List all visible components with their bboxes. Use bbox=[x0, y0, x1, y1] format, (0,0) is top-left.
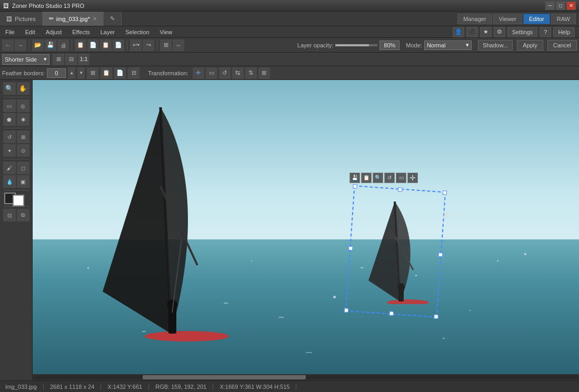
menu-view[interactable]: View bbox=[155, 26, 178, 38]
menu-edit[interactable]: Edit bbox=[20, 26, 41, 38]
manager-mode-button[interactable]: Manager bbox=[457, 14, 492, 24]
gear-icon-button[interactable]: ⚙ bbox=[494, 27, 505, 37]
shadow-button[interactable]: Shadow... bbox=[478, 40, 513, 51]
eraser-tool[interactable]: ◻ bbox=[17, 162, 29, 174]
canvas-area[interactable]: 💾 📋 🔍 ↺ ▭ ✛ ✛ bbox=[33, 80, 579, 380]
mode-dropdown[interactable]: Normal ▾ bbox=[424, 41, 472, 50]
help-button[interactable]: Help bbox=[553, 27, 575, 37]
polygon-select-tool[interactable]: ⬟ bbox=[3, 113, 16, 126]
crop-tool[interactable]: ⊞ bbox=[17, 130, 29, 143]
profile-icon-button[interactable]: 👤 bbox=[453, 27, 464, 37]
tool-a[interactable]: ⊞ bbox=[53, 54, 64, 65]
scrollbar-thumb[interactable] bbox=[143, 375, 306, 379]
transform-move[interactable]: ✛ bbox=[193, 67, 204, 79]
sel-tb-zoom[interactable]: 🔍 bbox=[373, 173, 383, 183]
select-pair1: ▭ ◎ bbox=[3, 99, 29, 112]
mask-tool[interactable]: ⊡ bbox=[3, 209, 16, 222]
tool-c[interactable]: 1:1 bbox=[78, 54, 89, 65]
menu-selection[interactable]: Selection bbox=[120, 26, 154, 38]
feather-down[interactable]: ▼ bbox=[77, 67, 85, 79]
print-button[interactable]: 🖨 bbox=[57, 39, 69, 51]
crop-button[interactable]: ⊞ bbox=[160, 39, 172, 51]
feather-tool3[interactable]: 📄 bbox=[114, 67, 126, 79]
undo-button[interactable]: ↩ ▾ bbox=[130, 39, 142, 51]
layer-tool[interactable]: ⧉ bbox=[17, 209, 29, 222]
magic-select-tool[interactable]: ✱ bbox=[17, 113, 29, 126]
status-filename: img_033.jpg bbox=[3, 384, 44, 390]
menu-layer[interactable]: Layer bbox=[95, 26, 121, 38]
feather-up[interactable]: ▲ bbox=[68, 67, 75, 79]
scene: 💾 📋 🔍 ↺ ▭ ✛ ✛ bbox=[33, 80, 579, 380]
tab-pictures[interactable]: 🖼 Pictures bbox=[0, 12, 43, 26]
fill-tool[interactable]: ▣ bbox=[17, 175, 29, 188]
mask-pair: ⊡ ⧉ bbox=[3, 209, 29, 222]
paint-pair2: 💧 ▣ bbox=[3, 175, 29, 188]
opacity-area: Layer opacity: 80% Mode: Normal ▾ Shadow… bbox=[297, 40, 577, 51]
tool-b[interactable]: ⊟ bbox=[65, 54, 77, 65]
maximize-button[interactable]: □ bbox=[556, 2, 565, 10]
transform-reset[interactable]: ⊞ bbox=[258, 67, 270, 79]
close-button[interactable]: ✕ bbox=[566, 2, 576, 10]
sel-tb-move[interactable]: ✛ bbox=[407, 173, 418, 183]
opacity-value[interactable]: 80% bbox=[380, 41, 400, 50]
clone-tool[interactable]: ⊙ bbox=[17, 144, 29, 157]
tab-image-close[interactable]: ✕ bbox=[93, 16, 97, 22]
cancel-button[interactable]: Cancel bbox=[547, 40, 577, 51]
forward-button[interactable]: → bbox=[15, 39, 26, 51]
sep4 bbox=[157, 40, 157, 51]
tab-image[interactable]: ✏ img_033.jpg* ✕ bbox=[43, 12, 104, 26]
sel-tb-rotate[interactable]: ↺ bbox=[384, 173, 395, 183]
feather-value[interactable]: 0 bbox=[47, 68, 66, 78]
brush-tool[interactable]: 🖌 bbox=[3, 162, 16, 174]
zoom-tool[interactable]: 🔍 bbox=[3, 82, 16, 95]
menu-file[interactable]: File bbox=[0, 26, 20, 38]
sel-tb-copy[interactable]: 📋 bbox=[361, 173, 372, 183]
editor-mode-button[interactable]: Editor bbox=[523, 14, 550, 24]
eyedrop-tool[interactable]: 💧 bbox=[3, 175, 16, 188]
settings-button[interactable]: Settings bbox=[507, 27, 538, 37]
copy2-button[interactable]: 📋 bbox=[100, 39, 112, 51]
toolbar-icon-button[interactable]: ⬛ bbox=[466, 27, 478, 37]
transform-rotate[interactable]: ↺ bbox=[219, 67, 231, 79]
rect-select-tool[interactable]: ▭ bbox=[3, 99, 16, 112]
menu-effects[interactable]: Effects bbox=[67, 26, 95, 38]
lt-sep4 bbox=[4, 190, 29, 190]
resize-button[interactable]: ↔ bbox=[173, 39, 184, 51]
copy-button[interactable]: 📋 bbox=[75, 39, 86, 51]
scrollbar-track bbox=[34, 375, 578, 379]
open-button[interactable]: 📂 bbox=[32, 39, 44, 51]
opacity-slider[interactable] bbox=[335, 44, 377, 46]
raw-mode-button[interactable]: RAW bbox=[551, 14, 576, 24]
transform-flip-v[interactable]: ⇅ bbox=[245, 67, 257, 79]
star-icon-button[interactable]: ★ bbox=[480, 27, 492, 37]
minimize-button[interactable]: ─ bbox=[545, 2, 555, 10]
feather-tool4[interactable]: ⊟ bbox=[128, 67, 139, 79]
save-button[interactable]: 💾 bbox=[45, 39, 56, 51]
apply-button[interactable]: Apply bbox=[517, 40, 543, 51]
svg-point-4 bbox=[167, 299, 177, 310]
horizontal-scrollbar[interactable] bbox=[33, 374, 579, 380]
feather-tool2[interactable]: 📋 bbox=[101, 67, 112, 79]
pencil-icon: ✎ bbox=[110, 15, 115, 22]
bg-color[interactable] bbox=[13, 195, 24, 206]
redo-button[interactable]: ↪ bbox=[143, 39, 154, 51]
menu-adjust[interactable]: Adjust bbox=[41, 26, 67, 38]
heal-tool[interactable]: ✦ bbox=[3, 144, 16, 157]
back-button[interactable]: ← bbox=[2, 39, 14, 51]
rotate-tool[interactable]: ↺ bbox=[3, 130, 16, 143]
pan-tool[interactable]: ✋ bbox=[17, 82, 29, 95]
svg-point-2 bbox=[145, 331, 229, 341]
help-icon-button[interactable]: ? bbox=[540, 27, 551, 37]
ellipse-select-tool[interactable]: ◎ bbox=[17, 99, 29, 112]
sel-tb-save[interactable]: 💾 bbox=[350, 173, 360, 183]
tab-extra[interactable]: ✎ bbox=[104, 12, 122, 26]
transform-box[interactable]: ▭ bbox=[206, 67, 217, 79]
paste-button[interactable]: 📄 bbox=[87, 39, 99, 51]
status-selection-info: X:1669 Y:361 W:304 H:515 bbox=[213, 384, 296, 390]
size-select[interactable]: Shorter Side ▾ bbox=[2, 54, 49, 65]
viewer-mode-button[interactable]: Viewer bbox=[493, 14, 522, 24]
feather-tool1[interactable]: ⊞ bbox=[87, 67, 98, 79]
sel-tb-rect[interactable]: ▭ bbox=[396, 173, 406, 183]
transform-flip-h[interactable]: ⇆ bbox=[232, 67, 244, 79]
paste2-button[interactable]: 📄 bbox=[113, 39, 124, 51]
